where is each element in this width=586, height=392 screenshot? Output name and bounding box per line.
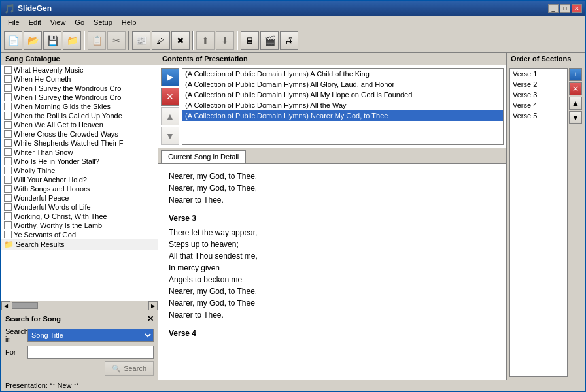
search-for-input[interactable]: [27, 346, 154, 359]
scroll-track[interactable]: [10, 301, 148, 310]
section-item[interactable]: Verse 5: [510, 110, 567, 121]
sections-list[interactable]: Verse 1 Verse 2 Verse 3 Verse 4 Verse 5: [509, 68, 568, 377]
lyric-line: Nearer to Thee.: [169, 309, 496, 321]
delete-button[interactable]: ✖: [171, 31, 190, 50]
file-icon: [4, 203, 12, 211]
search-close-button[interactable]: ✕: [147, 314, 154, 323]
menu-go[interactable]: Go: [71, 17, 88, 27]
list-item[interactable]: When Morning Gilds the Skies: [1, 102, 158, 111]
file-icon: [4, 221, 12, 229]
detail-content[interactable]: Nearer, my God, to Thee, Nearer, my God,…: [158, 164, 506, 380]
move2-button[interactable]: ⬇: [216, 31, 234, 50]
section-item[interactable]: Verse 4: [510, 100, 567, 110]
list-item[interactable]: With Songs and Honors: [1, 184, 158, 193]
section-add-button[interactable]: +: [569, 68, 582, 81]
list-item[interactable]: When the Roll Is Called Up Yonde: [1, 111, 158, 120]
list-item[interactable]: When He Cometh: [1, 74, 158, 84]
open2-button[interactable]: 📁: [63, 31, 81, 50]
pres-item[interactable]: (A Collection of Public Domain Hymns) Al…: [182, 100, 503, 110]
section-item[interactable]: Verse 1: [510, 69, 567, 79]
list-item[interactable]: When We All Get to Heaven: [1, 120, 158, 129]
section-item[interactable]: Verse 3: [510, 90, 567, 100]
list-item[interactable]: Working, O Christ, With Thee: [1, 212, 158, 221]
cut-button[interactable]: ✂: [107, 31, 126, 50]
section-item[interactable]: Verse 2: [510, 79, 567, 90]
list-item[interactable]: Worthy, Worthy Is the Lamb: [1, 221, 158, 230]
list-item[interactable]: Ye Servants of God: [1, 230, 158, 239]
present-button[interactable]: 🖥: [241, 31, 259, 50]
pres-item[interactable]: (A Collection of Public Domain Hymns) Al…: [182, 79, 503, 90]
list-item[interactable]: Wholly Thine: [1, 166, 158, 175]
menu-view[interactable]: View: [46, 17, 70, 27]
close-button[interactable]: ✕: [572, 4, 582, 13]
list-item[interactable]: Whiter Than Snow: [1, 148, 158, 157]
slide2-button[interactable]: 🖊: [152, 31, 170, 50]
file-icon: [4, 75, 12, 83]
move-button[interactable]: ⬆: [196, 31, 215, 50]
menu-help[interactable]: Help: [118, 17, 141, 27]
section-controls: + ✕ ▲ ▼: [569, 68, 582, 377]
minimize-button[interactable]: _: [548, 4, 559, 13]
pres-controls: ▶ ✕ ▲ ▼: [161, 68, 179, 145]
open-button[interactable]: 📂: [24, 31, 42, 50]
file-icon: [4, 212, 12, 220]
slide1-button[interactable]: 📰: [132, 31, 150, 50]
search-button[interactable]: 🔍 Search: [105, 361, 154, 376]
catalogue-list[interactable]: What Heavenly Music When He Cometh When …: [1, 65, 158, 301]
search-in-select[interactable]: Song Title: [27, 329, 154, 342]
file-icon: [4, 93, 12, 101]
app-title: SlideGen: [18, 4, 52, 13]
catalogue-title: Song Catalogue: [1, 53, 158, 65]
main-window: 🎵 SlideGen _ □ ✕ File Edit View Go Setup…: [0, 0, 586, 392]
list-item[interactable]: When I Survey the Wondrous Cro: [1, 93, 158, 102]
section-remove-button[interactable]: ✕: [569, 82, 582, 95]
list-item[interactable]: Wonderful Peace: [1, 193, 158, 203]
folder-icon: 📁: [4, 240, 14, 249]
menu-file[interactable]: File: [4, 17, 24, 27]
file-icon: [4, 231, 12, 238]
pres-item[interactable]: (A Collection of Public Domain Hymns) Al…: [182, 90, 503, 100]
sep3: [192, 31, 194, 50]
lyric-line: Nearer to Thee.: [169, 194, 496, 206]
pres-item[interactable]: (A Collection of Public Domain Hymns) A …: [182, 69, 503, 79]
detail-tab-bar: Current Song in Detail: [158, 148, 506, 164]
add-to-pres-button[interactable]: ▶: [161, 68, 179, 86]
remove-from-pres-button[interactable]: ✕: [161, 88, 179, 106]
pres-list[interactable]: (A Collection of Public Domain Hymns) A …: [182, 68, 504, 145]
sep2: [128, 31, 129, 50]
tab-current-song[interactable]: Current Song in Detail: [161, 150, 246, 163]
list-item[interactable]: Who Is He in Yonder Stall?: [1, 157, 158, 166]
list-item[interactable]: What Heavenly Music: [1, 65, 158, 74]
new-button[interactable]: 📄: [4, 31, 22, 50]
list-item[interactable]: While Shepherds Watched Their F: [1, 139, 158, 148]
list-item[interactable]: Wonderful Words of Life: [1, 203, 158, 212]
main-area: Song Catalogue What Heavenly Music When …: [1, 53, 585, 380]
move-up-pres-button[interactable]: ▲: [161, 107, 179, 125]
copy-button[interactable]: 📋: [88, 31, 106, 50]
search-for-label: For: [5, 348, 25, 356]
movie-button[interactable]: 🎬: [260, 31, 279, 50]
maximize-button[interactable]: □: [560, 4, 570, 13]
section-up-button[interactable]: ▲: [569, 97, 582, 110]
scroll-right-btn[interactable]: ▶: [148, 301, 158, 310]
right-panel: Order of Sections Verse 1 Verse 2 Verse …: [506, 53, 585, 380]
menu-edit[interactable]: Edit: [25, 17, 45, 27]
search-results-item[interactable]: 📁 Search Results: [1, 239, 158, 250]
pres-item-selected[interactable]: (A Collection of Public Domain Hymns) Ne…: [182, 110, 503, 121]
section-down-button[interactable]: ▼: [569, 111, 582, 124]
move-down-pres-button[interactable]: ▼: [161, 127, 179, 145]
print-button[interactable]: 🖨: [280, 31, 298, 50]
file-icon: [4, 185, 12, 193]
list-item[interactable]: Where Cross the Crowded Ways: [1, 129, 158, 139]
middle-panel: Contents of Presentation ▶ ✕ ▲ ▼ (A Coll…: [158, 53, 506, 380]
save-button[interactable]: 💾: [43, 31, 61, 50]
lyric-line: Steps up to heaven;: [169, 238, 496, 250]
list-item[interactable]: When I Survey the Wondrous Cro: [1, 84, 158, 93]
scroll-left-btn[interactable]: ◀: [1, 301, 10, 310]
lyric-line: Nearer, my God, to Thee: [169, 297, 496, 309]
list-item[interactable]: Will Your Anchor Hold?: [1, 175, 158, 184]
presentation-header: Contents of Presentation: [158, 53, 506, 65]
catalogue-hscrollbar[interactable]: ◀ ▶: [1, 301, 158, 310]
scroll-thumb[interactable]: [12, 302, 38, 309]
menu-setup[interactable]: Setup: [90, 17, 116, 27]
